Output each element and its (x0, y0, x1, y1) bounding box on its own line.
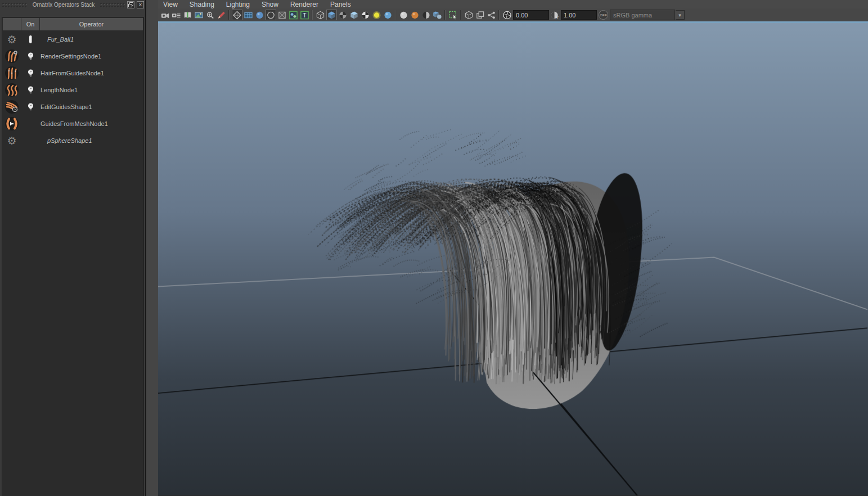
render-settings-icon (2, 49, 21, 64)
column-header-icon (3, 18, 21, 30)
ornatrix-operators-panel: Ornatrix Operators Stack × On Operator ⚙… (0, 0, 145, 496)
menu-view[interactable]: View (163, 1, 178, 8)
gamma-field[interactable] (561, 10, 597, 20)
length-icon (2, 83, 21, 97)
cube-sphere-button[interactable] (432, 10, 443, 20)
image-plane-button[interactable] (194, 10, 204, 20)
operator-label: EditGuidesShape1 (39, 103, 92, 110)
toolbar-separator (394, 10, 398, 20)
checker-sphere-dark-button[interactable] (338, 10, 348, 20)
viewport-toolbar: TYoffsRGB gamma▾ (158, 8, 868, 21)
lightbulb-icon[interactable] (21, 69, 39, 78)
close-panel-button[interactable]: × (137, 1, 144, 8)
material-preview-button[interactable] (288, 10, 299, 20)
lightbulb-icon[interactable] (21, 85, 39, 95)
lightbulb-icon[interactable] (21, 102, 39, 112)
toolbar-separator (497, 10, 501, 20)
texture-display-button[interactable]: T (299, 10, 310, 20)
camera-attributes-button[interactable] (171, 10, 182, 20)
toolbar-separator (311, 10, 314, 20)
operator-row-HairFromGuidesNode1[interactable]: HairFromGuidesNode1 (2, 65, 143, 82)
checker-sphere-button[interactable] (360, 10, 371, 20)
shaded-cube-button[interactable] (326, 10, 337, 20)
operator-row-pSphereShape1[interactable]: ⚙pSphereShape1 (2, 132, 143, 149)
operator-row-GuidesFromMeshNode1[interactable]: GuidesFromMeshNode1 (2, 115, 143, 132)
textured-sphere-button[interactable] (410, 10, 420, 20)
isolate-select-button[interactable] (448, 10, 458, 20)
wireframe-mode-button[interactable] (232, 10, 242, 20)
operator-row-Fur_Ball1[interactable]: ⚙Fur_Ball1 (2, 31, 143, 48)
wire-cube-button[interactable] (315, 10, 326, 20)
operator-row-EditGuidesShape1[interactable]: EditGuidesShape1 (2, 98, 143, 115)
drag-grip[interactable] (2, 3, 27, 7)
connections-button[interactable] (486, 10, 497, 20)
gear-icon: ⚙ (2, 34, 21, 45)
guides-from-mesh-icon (2, 116, 21, 131)
shaded-mode-button[interactable] (254, 10, 265, 20)
bookmarks-button[interactable] (182, 10, 193, 20)
hair-from-guides-icon (2, 66, 21, 80)
operator-row-LengthNode1[interactable]: LengthNode1 (2, 82, 143, 98)
gamma-icon[interactable]: Y (550, 10, 560, 20)
menu-lighting[interactable]: Lighting (226, 1, 250, 8)
overlap-view-button[interactable] (475, 10, 485, 20)
operator-label: pSphereShape1 (39, 137, 92, 144)
chevron-down-icon[interactable]: ▾ (676, 10, 685, 20)
operator-stack-list: On Operator ⚙Fur_Ball1RenderSettingsNode… (2, 17, 144, 496)
gear-icon: ⚙ (2, 136, 21, 146)
operator-label: LengthNode1 (39, 87, 78, 93)
edit-guides-icon (2, 100, 21, 114)
operator-label: GuidesFromMeshNode1 (39, 120, 108, 127)
svg-text:Y: Y (556, 15, 559, 20)
gear-icon: ⚙ (7, 136, 16, 146)
menu-panels[interactable]: Panels (330, 1, 351, 8)
lightbulb-icon[interactable] (21, 52, 39, 61)
panel-titlebar: Ornatrix Operators Stack × (0, 0, 145, 9)
plain-cube-button[interactable] (464, 10, 474, 20)
light-glow-button[interactable] (371, 10, 382, 20)
blue-sphere-button[interactable] (383, 10, 393, 20)
two-sided-light-button[interactable] (421, 10, 431, 20)
color-transform-toggle[interactable]: off (599, 10, 608, 20)
toolbar-separator (443, 10, 447, 20)
viewport-menubar: ViewShadingLightingShowRendererPanels (158, 0, 868, 8)
default-light-button[interactable] (398, 10, 409, 20)
operator-label: HairFromGuidesNode1 (39, 70, 104, 76)
exposure-icon[interactable] (502, 10, 512, 20)
svg-text:T: T (303, 12, 307, 18)
select-camera-button[interactable] (160, 10, 170, 20)
panel-title: Ornatrix Operators Stack (29, 2, 98, 8)
grease-pencil-button[interactable] (216, 10, 227, 20)
no-texture-button[interactable] (277, 10, 287, 20)
flat-shade-button[interactable] (266, 10, 276, 20)
column-header-on: On (21, 18, 39, 30)
operator-table-header: On Operator (2, 17, 143, 31)
operator-label: Fur_Ball1 (39, 36, 74, 43)
menu-show[interactable]: Show (262, 1, 278, 8)
pan-zoom-button[interactable] (205, 10, 215, 20)
drag-grip[interactable] (100, 3, 125, 7)
column-header-operator: Operator (40, 18, 143, 30)
pin-icon[interactable] (21, 34, 39, 44)
exposure-field[interactable] (513, 10, 549, 20)
operator-row-RenderSettingsNode1[interactable]: RenderSettingsNode1 (2, 48, 143, 65)
panel-splitter[interactable] (145, 0, 158, 496)
gear-icon: ⚙ (7, 34, 16, 45)
viewport-3d-scene[interactable] (158, 23, 868, 495)
view-transform-select[interactable]: sRGB gamma (610, 10, 675, 20)
menu-renderer[interactable]: Renderer (290, 1, 318, 8)
film-gate-button[interactable] (243, 10, 254, 20)
float-window-button[interactable] (127, 1, 134, 8)
toolbar-separator (459, 10, 463, 20)
toolbar-separator (227, 10, 231, 20)
glass-cube-button[interactable] (349, 10, 359, 20)
maya-viewport-panel: ViewShadingLightingShowRendererPanels TY… (158, 0, 868, 496)
menu-shading[interactable]: Shading (190, 1, 214, 8)
operator-label: RenderSettingsNode1 (39, 53, 101, 60)
